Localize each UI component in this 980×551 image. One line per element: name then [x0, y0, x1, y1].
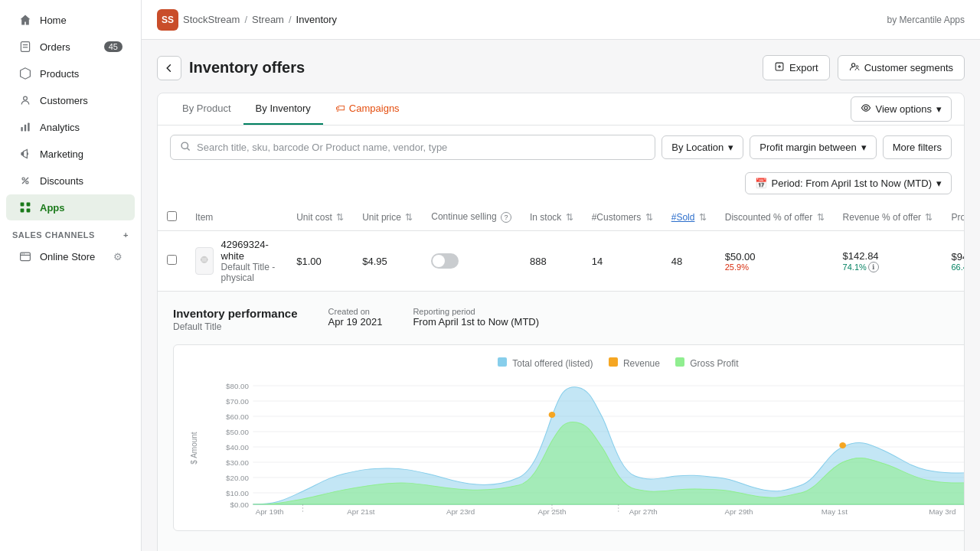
bottom-tabs: Sold at $1.22 Sold at $4.95 🏷 CMP-TEST1 …	[173, 543, 964, 551]
col-in-stock[interactable]: In stock ⇅	[521, 204, 583, 231]
col-discounted[interactable]: Discounted % of offer ⇅	[716, 204, 834, 231]
svg-point-22	[856, 66, 858, 68]
col-profit[interactable]: Profit % of revenue ⇅	[942, 204, 964, 231]
bottom-tab-cmp-test1[interactable]: 🏷 CMP-TEST1 ($2.00 off $4.95)	[339, 543, 510, 551]
svg-text:$70.00: $70.00	[226, 398, 249, 406]
product-info: 42969324-white Default Title - physical	[221, 239, 279, 283]
location-chevron-icon: ▾	[728, 142, 733, 153]
sidebar-item-home[interactable]: Home	[6, 7, 135, 33]
svg-rect-0	[21, 42, 29, 52]
back-button[interactable]	[157, 56, 181, 80]
export-button[interactable]: Export	[763, 55, 830, 80]
filters-row: By Location ▾ Profit margin between ▾ Mo…	[158, 126, 964, 169]
col-sold[interactable]: #Sold ⇅	[662, 204, 716, 231]
col-unit-cost[interactable]: Unit cost ⇅	[287, 204, 353, 231]
col-unit-price[interactable]: Unit price ⇅	[353, 204, 422, 231]
tag-icon: 🏷	[335, 103, 345, 114]
svg-text:$60.00: $60.00	[226, 413, 249, 421]
svg-point-23	[864, 106, 867, 109]
chart-container: Total offered (listed) Revenue	[173, 344, 964, 531]
breadcrumb-stream[interactable]: Stream	[252, 14, 284, 25]
sidebar-item-discounts[interactable]: Discounts	[6, 168, 135, 194]
tab-campaigns[interactable]: 🏷 Campaigns	[323, 93, 412, 125]
channel-settings-icon[interactable]: ⚙	[113, 251, 122, 262]
sidebar-item-online-store[interactable]: Online Store ⚙	[6, 243, 135, 269]
col-revenue[interactable]: Revenue % of offer ⇅	[834, 204, 942, 231]
search-box[interactable]	[170, 135, 655, 160]
svg-text:$80.00: $80.00	[226, 383, 249, 390]
svg-text:Apr 21st: Apr 21st	[347, 508, 375, 516]
sold-cell: 48	[662, 231, 716, 292]
table-wrap: Item Unit cost ⇅ Unit price ⇅ Continue s…	[158, 204, 964, 551]
products-icon	[18, 67, 32, 80]
svg-point-21	[851, 64, 854, 67]
sidebar-item-orders[interactable]: Orders 45	[6, 34, 135, 60]
svg-text:$40.00: $40.00	[226, 444, 249, 452]
sidebar-item-customers[interactable]: Customers	[6, 87, 135, 113]
apps-icon	[18, 201, 32, 214]
svg-text:May 1st: May 1st	[822, 508, 848, 516]
unit-cost-cell: $1.00	[287, 231, 353, 292]
sidebar-item-marketing[interactable]: Marketing	[6, 141, 135, 167]
revenue-cell: $142.84 74.1% ℹ	[834, 231, 942, 292]
sidebar-item-apps[interactable]: Apps	[6, 194, 135, 220]
col-customers[interactable]: #Customers ⇅	[583, 204, 662, 231]
svg-text:at $4.95: at $4.95	[540, 514, 564, 516]
sidebar-item-analytics[interactable]: Analytics	[6, 114, 135, 140]
profit-margin-filter-button[interactable]: Profit margin between ▾	[750, 135, 876, 159]
customers-cell: 14	[583, 231, 662, 292]
period-button[interactable]: 📅 Period: From April 1st to Now (MTD) ▾	[745, 172, 952, 194]
chart-body: $ Amount	[186, 378, 964, 518]
expanded-title: Inventory performance Default Title	[173, 307, 298, 332]
svg-text:$20.00: $20.00	[226, 474, 249, 482]
svg-text:$0.00: $0.00	[230, 501, 249, 509]
reporting-period-meta: Reporting period From April 1st to Now (…	[413, 307, 539, 328]
svg-line-9	[22, 178, 28, 184]
bottom-tab-sold-4-95[interactable]: Sold at $4.95	[256, 543, 340, 551]
row-checkbox[interactable]	[167, 255, 177, 265]
product-thumbnail	[195, 247, 214, 275]
col-item: Item	[186, 204, 287, 231]
search-input[interactable]	[197, 142, 645, 153]
customer-segments-button[interactable]: Customer segments	[838, 55, 965, 80]
view-options-button[interactable]: View options ▾	[851, 96, 952, 122]
sales-channels-section: SALES CHANNELS +	[0, 221, 141, 243]
period-bar: 📅 Period: From April 1st to Now (MTD) ▾	[158, 169, 964, 204]
chart-svg-container: $80.00 $70.00 $60.00 $50.00 $40.00 $30.0…	[220, 378, 964, 518]
svg-text:at $1.22: at $1.22	[291, 514, 315, 516]
topbar: SS StockStream / Stream / Inventory by M…	[142, 0, 980, 40]
expanded-header: Inventory performance Default Title Crea…	[173, 307, 964, 332]
sidebar-item-products[interactable]: Products	[6, 60, 135, 86]
breadcrumb-stockstream[interactable]: StockStream	[183, 14, 240, 25]
inventory-table: Item Unit cost ⇅ Unit price ⇅ Continue s…	[158, 204, 964, 551]
svg-text:Apr 23rd: Apr 23rd	[446, 508, 475, 516]
revenue-info-icon[interactable]: ℹ	[868, 262, 879, 272]
tab-by-product[interactable]: By Product	[170, 93, 243, 125]
sort-icon: ⇅	[336, 212, 344, 223]
created-on-meta: Created on Apr 19 2021	[328, 307, 383, 328]
continue-selling-toggle[interactable]	[431, 253, 459, 269]
breadcrumb: SS StockStream / Stream / Inventory	[157, 9, 337, 31]
chevron-down-icon: ▾	[936, 103, 942, 115]
profit-cell: $94.84 66.4%	[942, 231, 964, 292]
calendar-icon: 📅	[755, 178, 767, 189]
sort-icon: ⇅	[925, 212, 933, 223]
bottom-tab-sold-1-22[interactable]: Sold at $1.22	[173, 543, 256, 551]
col-continue-selling: Continue selling ?	[422, 204, 521, 231]
continue-selling-info-icon[interactable]: ?	[501, 212, 511, 223]
location-filter-button[interactable]: By Location ▾	[662, 135, 743, 159]
svg-rect-10	[21, 203, 24, 207]
more-filters-button[interactable]: More filters	[883, 135, 952, 159]
export-icon	[774, 61, 785, 74]
content-area: Inventory offers Export Customer segment…	[142, 40, 980, 551]
chart-legend: Total offered (listed) Revenue	[186, 357, 964, 369]
add-channel-icon[interactable]: +	[123, 230, 129, 240]
svg-rect-11	[27, 203, 31, 207]
tab-by-inventory[interactable]: By Inventory	[243, 93, 323, 125]
expanded-row: Inventory performance Default Title Crea…	[158, 292, 964, 552]
orders-icon	[18, 40, 32, 54]
select-all-checkbox[interactable]	[167, 211, 177, 221]
breadcrumb-current: Inventory	[296, 14, 337, 25]
analytics-icon	[18, 120, 32, 134]
home-icon	[18, 13, 32, 27]
